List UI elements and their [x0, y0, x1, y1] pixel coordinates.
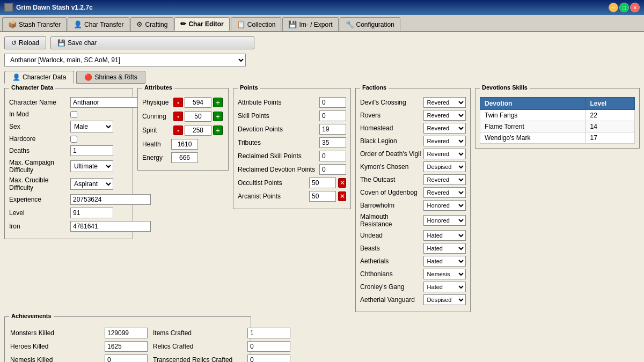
- faction-select-beasts[interactable]: NemesisHatedHostileUnfriendlyNeutralFrie…: [423, 243, 466, 254]
- faction-select-order-deaths-vigil[interactable]: NemesisHatedHostileUnfriendlyNeutralFrie…: [423, 149, 466, 159]
- faction-select-malmouth-resistance[interactable]: NemesisHatedHostileUnfriendlyNeutralFrie…: [423, 215, 466, 226]
- tab-configuration[interactable]: 🔧 Configuration: [340, 17, 400, 31]
- faction-select-barrowholm[interactable]: NemesisHatedHostileUnfriendlyNeutralFrie…: [423, 200, 466, 211]
- tributes-input[interactable]: [319, 137, 346, 148]
- faction-select-kymons-chosen[interactable]: NemesisHatedHostileUnfriendlyNeutralFrie…: [423, 161, 466, 172]
- transcended-relics-input[interactable]: [247, 354, 290, 362]
- cunning-input[interactable]: [185, 111, 211, 122]
- transcended-relics-row: Transcended Relics Crafted: [153, 354, 290, 362]
- save-icon: 💾: [57, 39, 65, 47]
- heroes-killed-input[interactable]: [105, 341, 148, 352]
- tab-crafting[interactable]: ⚙ Crafting: [130, 17, 173, 31]
- in-mod-row: In Mod: [9, 110, 128, 118]
- sex-select[interactable]: Male Female: [70, 121, 113, 132]
- toolbar: ↺ Reload 💾 Save char: [4, 36, 640, 49]
- close-button[interactable]: ✕: [630, 3, 640, 12]
- monsters-killed-input[interactable]: [105, 328, 148, 338]
- deaths-input[interactable]: [70, 145, 113, 156]
- collection-icon: 📋: [237, 20, 245, 28]
- in-mod-checkbox[interactable]: [70, 111, 77, 118]
- skill-points-input[interactable]: [319, 110, 346, 121]
- reclaimed-devotion-input[interactable]: [319, 164, 346, 175]
- heroes-killed-row: Heroes Killed: [10, 341, 148, 352]
- faction-select-black-legion[interactable]: NemesisHatedHostileUnfriendlyNeutralFrie…: [423, 136, 466, 146]
- max-crucible-select[interactable]: Aspirant Challenger Gladiator: [70, 178, 113, 190]
- arcanist-points-input[interactable]: [309, 191, 336, 202]
- faction-select-coven-ugdenbog[interactable]: NemesisHatedHostileUnfriendlyNeutralFrie…: [423, 187, 466, 198]
- health-label: Health: [142, 141, 169, 148]
- tab-collection[interactable]: 📋 Collection: [231, 17, 282, 31]
- items-crafted-input[interactable]: [247, 328, 290, 338]
- faction-select-rovers[interactable]: NemesisHatedHostileUnfriendlyNeutralFrie…: [423, 110, 466, 121]
- occultist-remove-button[interactable]: ✕: [338, 178, 346, 188]
- char-editor-icon: ✏: [180, 20, 186, 28]
- physique-minus-button[interactable]: ▪: [173, 98, 183, 107]
- tributes-row: Tributes: [238, 137, 346, 148]
- faction-select-devils-crossing[interactable]: NemesisHatedHostileUnfriendlyNeutralFrie…: [423, 97, 466, 108]
- spirit-plus-button[interactable]: +: [213, 125, 223, 135]
- achievements-panel: Achievements Monsters Killed Items Craft…: [4, 316, 251, 362]
- attribute-points-row: Attribute Points: [238, 97, 346, 108]
- experience-label: Experience: [9, 196, 68, 203]
- faction-row-undead: Undead NemesisHatedHostileUnfriendlyNeut…: [360, 230, 466, 241]
- level-input[interactable]: [70, 208, 113, 218]
- faction-row-homestead: Homestead NemesisHatedHostileUnfriendlyN…: [360, 123, 466, 134]
- char-dropdown[interactable]: Anthanor [Warlock, main, SC AoM, 91]: [4, 54, 246, 67]
- physique-input[interactable]: [185, 97, 211, 108]
- tab-stash-transfer[interactable]: 📦 Stash Transfer: [2, 17, 67, 31]
- relics-crafted-input[interactable]: [247, 341, 290, 352]
- char-data-panel-title: Character Data: [9, 84, 55, 91]
- char-name-label: Character Name: [9, 99, 68, 106]
- faction-row-malmouth-resistance: Malmouth Resistance NemesisHatedHostileU…: [360, 213, 466, 228]
- cunning-plus-button[interactable]: +: [213, 112, 223, 121]
- faction-select-cronleys-gang[interactable]: NemesisHatedHostileUnfriendlyNeutralFrie…: [423, 282, 466, 292]
- faction-select-aetherial-vanguard[interactable]: NemesisHatedHostileUnfriendlyNeutralFrie…: [423, 294, 466, 305]
- level-col-header: Level: [586, 98, 634, 110]
- panels-row: Character Data Character Name In Mod Sex…: [4, 88, 640, 312]
- devotion-level: 14: [586, 121, 634, 132]
- faction-row-beasts: Beasts NemesisHatedHostileUnfriendlyNeut…: [360, 243, 466, 254]
- tab-char-editor[interactable]: ✏ Char Editor: [174, 17, 229, 31]
- faction-select-homestead[interactable]: NemesisHatedHostileUnfriendlyNeutralFrie…: [423, 123, 466, 134]
- devotion-points-input[interactable]: [319, 124, 346, 135]
- iron-input[interactable]: [70, 221, 151, 232]
- hardcore-checkbox[interactable]: [70, 136, 77, 143]
- energy-input[interactable]: [171, 152, 198, 163]
- nemesis-killed-input[interactable]: [105, 354, 148, 362]
- spirit-minus-button[interactable]: ▪: [173, 125, 183, 135]
- tab-char-transfer[interactable]: 👤 Char Transfer: [68, 17, 129, 31]
- faction-row-devils-crossing: Devil's Crossing NemesisHatedHostileUnfr…: [360, 97, 466, 108]
- physique-plus-button[interactable]: +: [213, 98, 223, 107]
- maximize-button[interactable]: □: [619, 3, 629, 12]
- tab-character-data[interactable]: 👤 Character Data: [4, 71, 74, 84]
- reclaimed-skill-row: Reclaimed Skill Points: [238, 151, 346, 161]
- main-content: ↺ Reload 💾 Save char Anthanor [Warlock, …: [0, 32, 644, 362]
- faction-select-undead[interactable]: NemesisHatedHostileUnfriendlyNeutralFrie…: [423, 230, 466, 241]
- experience-input[interactable]: [70, 194, 151, 205]
- max-campaign-select[interactable]: Veteran Elite Ultimate: [70, 160, 113, 172]
- reload-button[interactable]: ↺ Reload: [4, 36, 46, 49]
- health-input[interactable]: [171, 139, 198, 150]
- energy-row: Energy: [142, 152, 224, 163]
- achievements-panel-title: Achievements: [9, 313, 54, 319]
- devotion-row-flame-torrent: Flame Torrent 14: [480, 121, 635, 132]
- spirit-input[interactable]: [185, 125, 211, 136]
- health-row: Health: [142, 139, 224, 150]
- faction-row-the-outcast: The Outcast NemesisHatedHostileUnfriendl…: [360, 174, 466, 185]
- spirit-label: Spirit: [142, 127, 172, 134]
- faction-select-chthonians[interactable]: NemesisHatedHostileUnfriendlyNeutralFrie…: [423, 269, 466, 279]
- reclaimed-skill-input[interactable]: [319, 151, 346, 161]
- occultist-points-input[interactable]: [309, 178, 336, 188]
- tab-im-export[interactable]: 💾 Im- / Export: [282, 17, 338, 31]
- physique-label: Physique: [142, 99, 172, 106]
- arcanist-remove-button[interactable]: ✕: [338, 191, 346, 201]
- attribute-points-input[interactable]: [319, 97, 346, 108]
- save-button[interactable]: 💾 Save char: [50, 36, 254, 49]
- tab-shrines-rifts[interactable]: 🔴 Shrines & Rifts: [76, 71, 145, 84]
- cunning-minus-button[interactable]: ▪: [173, 112, 183, 121]
- main-tab-bar: 📦 Stash Transfer 👤 Char Transfer ⚙ Craft…: [0, 15, 644, 32]
- minimize-button[interactable]: ─: [609, 3, 618, 12]
- reclaimed-devotion-row: Reclaimed Devotion Points: [238, 164, 346, 175]
- faction-select-the-outcast[interactable]: NemesisHatedHostileUnfriendlyNeutralFrie…: [423, 174, 466, 185]
- faction-select-aetherials[interactable]: NemesisHatedHostileUnfriendlyNeutralFrie…: [423, 256, 466, 267]
